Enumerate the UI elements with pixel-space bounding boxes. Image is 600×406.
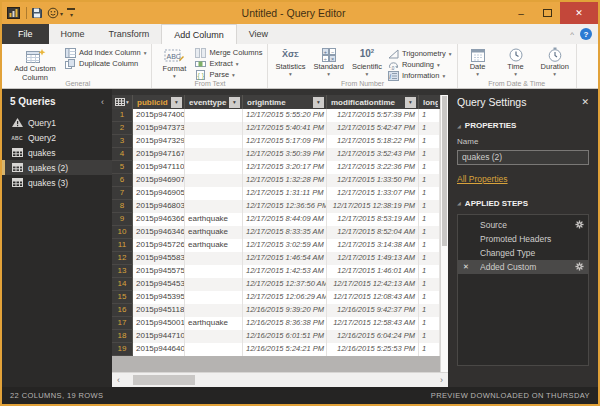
gear-icon[interactable] — [575, 220, 584, 229]
parse-button[interactable]: { } Parse ▾ — [195, 69, 262, 80]
cell-publicid[interactable]: 2015p946346 — [133, 226, 185, 239]
cell-longitude-clipped[interactable]: 1 — [419, 304, 440, 317]
cell-longitude-clipped[interactable]: 1 — [419, 291, 440, 304]
time-button[interactable]: Time ▾ — [501, 46, 531, 78]
cell-origintime[interactable]: 12/16/2015 8:36:38 PM — [243, 317, 327, 330]
cell-eventtype[interactable] — [185, 200, 243, 213]
table-corner-menu[interactable]: ▾ — [112, 95, 133, 109]
cell-eventtype[interactable] — [185, 161, 243, 174]
cell-longitude-clipped[interactable]: 1 — [419, 122, 440, 135]
cell-longitude-clipped[interactable]: 1 — [419, 109, 440, 122]
column-header-eventtype[interactable]: eventtype▾ — [185, 95, 243, 109]
collapse-ribbon-icon[interactable]: ^ — [570, 30, 574, 39]
cell-longitude-clipped[interactable]: 1 — [419, 148, 440, 161]
cell-origintime[interactable]: 12/16/2015 5:24:21 PM — [243, 343, 327, 356]
applied-step-source[interactable]: Source — [458, 218, 588, 232]
cell-eventtype[interactable] — [185, 148, 243, 161]
cell-publicid[interactable]: 2015p944640 — [133, 343, 185, 356]
collapse-pane-icon[interactable]: ‹ — [101, 97, 104, 107]
rounding-button[interactable]: .0 Rounding ▾ — [388, 59, 452, 70]
scrollbar-thumb[interactable] — [133, 375, 195, 385]
qat-customize-icon[interactable]: ▾ — [67, 8, 75, 18]
applied-step-promoted-headers[interactable]: Promoted Headers — [458, 232, 588, 246]
filter-dropdown-icon[interactable]: ▾ — [171, 97, 182, 108]
date-button[interactable]: Date ▾ — [463, 46, 493, 78]
cell-longitude-clipped[interactable]: 1 — [419, 174, 440, 187]
cell-eventtype[interactable] — [185, 174, 243, 187]
properties-section-header[interactable]: ◢ PROPERTIES — [457, 121, 589, 130]
filter-dropdown-icon[interactable]: ▾ — [229, 97, 240, 108]
column-header-origintime[interactable]: origintime▾ — [243, 95, 327, 109]
cell-longitude-clipped[interactable]: 1 — [419, 278, 440, 291]
cell-origintime[interactable]: 12/17/2015 1:32:28 PM — [243, 174, 327, 187]
tab-file[interactable]: File — [2, 24, 49, 44]
cell-longitude-clipped[interactable]: 1 — [419, 317, 440, 330]
cell-modificationtime[interactable]: 12/17/2015 1:33:07 PM — [327, 187, 419, 200]
cell-eventtype[interactable] — [185, 278, 243, 291]
cell-origintime[interactable]: 12/17/2015 8:44:09 AM — [243, 213, 327, 226]
scroll-right-icon[interactable]: › — [435, 374, 448, 387]
applied-step-added-custom[interactable]: ✕Added Custom — [458, 260, 588, 274]
cell-modificationtime[interactable]: 12/17/2015 3:52:43 PM — [327, 148, 419, 161]
filter-dropdown-icon[interactable]: ▾ — [405, 97, 416, 108]
maximize-button[interactable] — [534, 2, 560, 24]
cell-origintime[interactable]: 12/17/2015 8:33:35 AM — [243, 226, 327, 239]
cell-publicid[interactable]: 2015p946905 — [133, 187, 185, 200]
cell-longitude-clipped[interactable]: 1 — [419, 161, 440, 174]
applied-steps-section-header[interactable]: ◢ APPLIED STEPS — [457, 199, 589, 208]
cell-publicid[interactable]: 2015p944710 — [133, 330, 185, 343]
format-button[interactable]: ABC Format ▾ — [157, 46, 191, 80]
feedback-smiley-icon[interactable]: ▾ — [47, 7, 63, 19]
cell-eventtype[interactable] — [185, 291, 243, 304]
cell-eventtype[interactable] — [185, 330, 243, 343]
cell-publicid[interactable]: 2015p946907 — [133, 174, 185, 187]
cell-publicid[interactable]: 2015p945726 — [133, 239, 185, 252]
cell-modificationtime[interactable]: 12/17/2015 5:57:39 PM — [327, 109, 419, 122]
query-item-quakes[interactable]: quakes — [2, 145, 112, 160]
cell-modificationtime[interactable]: 12/17/2015 12:38:19 PM — [327, 200, 419, 213]
cell-publicid[interactable]: 2015p947329 — [133, 135, 185, 148]
cell-origintime[interactable]: 12/17/2015 12:36:56 PM — [243, 200, 327, 213]
cell-modificationtime[interactable]: 12/16/2015 9:42:37 PM — [327, 304, 419, 317]
trigonometry-button[interactable]: Trigonometry ▾ — [388, 48, 452, 59]
cell-modificationtime[interactable]: 12/17/2015 3:22:36 PM — [327, 161, 419, 174]
cell-eventtype[interactable] — [185, 304, 243, 317]
cell-eventtype[interactable] — [185, 135, 243, 148]
cell-publicid[interactable]: 2015p946366 — [133, 213, 185, 226]
cell-publicid[interactable]: 2015p945118 — [133, 304, 185, 317]
cell-origintime[interactable]: 12/17/2015 12:37:50 AM — [243, 278, 327, 291]
close-settings-icon[interactable]: ✕ — [581, 97, 589, 107]
cell-origintime[interactable]: 12/17/2015 5:55:20 PM — [243, 109, 327, 122]
cell-eventtype[interactable] — [185, 265, 243, 278]
all-properties-link[interactable]: All Properties — [457, 174, 508, 184]
cell-longitude-clipped[interactable]: 1 — [419, 330, 440, 343]
cell-eventtype[interactable] — [185, 252, 243, 265]
cell-longitude-clipped[interactable]: 1 — [419, 213, 440, 226]
cell-eventtype[interactable]: earthquake — [185, 226, 243, 239]
cell-publicid[interactable]: 2015p945583 — [133, 252, 185, 265]
cell-publicid[interactable]: 2015p945001 — [133, 317, 185, 330]
cell-publicid[interactable]: 2015p946803 — [133, 200, 185, 213]
statistics-button[interactable]: X̄σΣ Statistics ▾ — [273, 46, 307, 81]
query-item-quakes-3[interactable]: quakes (3) — [2, 175, 112, 190]
merge-columns-button[interactable]: Merge Columns — [195, 47, 262, 58]
app-icon[interactable] — [7, 7, 20, 19]
cell-eventtype[interactable] — [185, 109, 243, 122]
minimize-button[interactable]: – — [508, 2, 534, 24]
scrollbar-track[interactable] — [125, 373, 435, 387]
cell-origintime[interactable]: 12/17/2015 5:40:41 PM — [243, 122, 327, 135]
cell-modificationtime[interactable]: 12/17/2015 8:52:04 AM — [327, 226, 419, 239]
cell-publicid[interactable]: 2015p947400 — [133, 109, 185, 122]
cell-publicid[interactable]: 2015p945575 — [133, 265, 185, 278]
tab-home[interactable]: Home — [49, 24, 97, 44]
cell-origintime[interactable]: 12/17/2015 3:02:59 AM — [243, 239, 327, 252]
vertical-scrollbar[interactable] — [440, 95, 448, 372]
cell-publicid[interactable]: 2015p945453 — [133, 278, 185, 291]
cell-modificationtime[interactable]: 12/17/2015 1:46:01 AM — [327, 265, 419, 278]
cell-modificationtime[interactable]: 12/17/2015 8:53:19 AM — [327, 213, 419, 226]
cell-longitude-clipped[interactable]: 1 — [419, 252, 440, 265]
tab-view[interactable]: View — [237, 24, 280, 44]
cell-longitude-clipped[interactable]: 1 — [419, 239, 440, 252]
cell-longitude-clipped[interactable]: 1 — [419, 265, 440, 278]
column-header-modificationtime[interactable]: modificationtime▾ — [327, 95, 419, 109]
